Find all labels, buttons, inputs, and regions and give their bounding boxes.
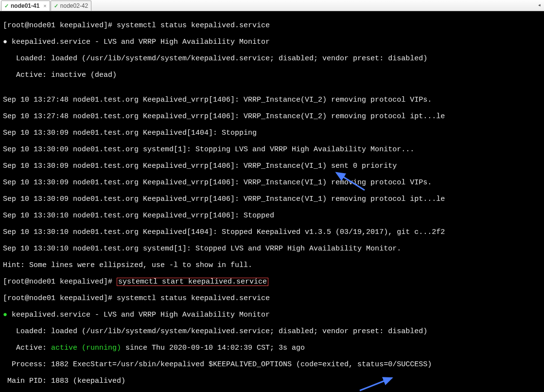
terminal-line: Hint: Some lines were ellipsized, use -l… xyxy=(3,261,541,269)
terminal-line: Sep 10 13:30:09 node01.test.org Keepaliv… xyxy=(3,195,541,203)
terminal-viewport[interactable]: [root@node01 keepalived]# systemctl stat… xyxy=(0,11,544,392)
command-text: systemctl status keepalived.service xyxy=(112,21,270,30)
terminal-line: Active: active (running) since Thu 2020-… xyxy=(3,344,541,352)
terminal-line: Sep 10 13:30:09 node01.test.org Keepaliv… xyxy=(3,162,541,170)
tab-nav-left-icon[interactable]: ◂ xyxy=(538,1,541,9)
terminal-line: Main PID: 1883 (keepalived) xyxy=(3,377,541,385)
terminal-line: ● keepalived.service - LVS and VRRP High… xyxy=(3,311,541,319)
terminal-line: [root@node01 keepalived]# systemctl stat… xyxy=(3,294,541,303)
terminal-line: [root@node01 keepalived]# systemctl star… xyxy=(3,278,541,286)
tab-bar: ✓ node01-41 × ✓ node02-42 ◂ xyxy=(0,0,544,11)
active-label: Active: xyxy=(3,344,51,352)
close-icon[interactable]: × xyxy=(43,3,46,9)
bullet-green-icon: ● xyxy=(3,311,7,319)
command-pre xyxy=(112,278,117,286)
terminal-line: Active: inactive (dead) xyxy=(3,71,541,79)
arrow-annotation-icon xyxy=(360,377,394,392)
tab-label: node02-42 xyxy=(60,2,88,9)
terminal-line: Loaded: loaded (/usr/lib/systemd/system/… xyxy=(3,54,541,63)
prompt: [root@node01 keepalived]# xyxy=(3,21,112,30)
svg-line-0 xyxy=(336,173,365,190)
terminal-line: Sep 10 13:30:09 node01.test.org systemd[… xyxy=(3,145,541,154)
terminal-line: Sep 10 13:27:48 node01.test.org Keepaliv… xyxy=(3,96,541,104)
terminal-line: Process: 1882 ExecStart=/usr/sbin/keepal… xyxy=(3,360,541,369)
active-running: active (running) xyxy=(51,344,121,352)
tab-node01[interactable]: ✓ node01-41 × xyxy=(1,0,50,11)
terminal-line: Sep 10 13:27:48 node01.test.org Keepaliv… xyxy=(3,112,541,121)
terminal-line: Sep 10 13:30:10 node01.test.org systemd[… xyxy=(3,245,541,253)
check-icon: ✓ xyxy=(54,3,58,9)
arrow-annotation-icon xyxy=(335,172,365,191)
service-name: keepalived.service - LVS and VRRP High A… xyxy=(7,38,270,46)
terminal-line: Loaded: loaded (/usr/lib/systemd/system/… xyxy=(3,327,541,336)
terminal-line: ● keepalived.service - LVS and VRRP High… xyxy=(3,38,541,46)
svg-line-1 xyxy=(360,378,392,391)
command-text: systemctl status keepalived.service xyxy=(112,294,270,303)
check-icon: ✓ xyxy=(4,3,9,9)
active-since: since Thu 2020-09-10 14:02:39 CST; 3s ag… xyxy=(121,344,305,352)
highlighted-command: systemctl start keepalived.service xyxy=(117,278,268,286)
terminal-line: Sep 10 13:30:10 node01.test.org Keepaliv… xyxy=(3,212,541,220)
terminal-line: Sep 10 13:30:10 node01.test.org Keepaliv… xyxy=(3,228,541,236)
terminal-line: Sep 10 13:30:09 node01.test.org Keepaliv… xyxy=(3,178,541,187)
terminal-line: [root@node01 keepalived]# systemctl stat… xyxy=(3,21,541,30)
prompt: [root@node01 keepalived]# xyxy=(3,294,112,303)
tab-label: node01-41 xyxy=(11,2,39,9)
bullet-icon: ● xyxy=(3,38,7,46)
service-name: keepalived.service - LVS and VRRP High A… xyxy=(7,311,270,319)
prompt: [root@node01 keepalived]# xyxy=(3,278,112,286)
tab-node02[interactable]: ✓ node02-42 xyxy=(51,0,91,11)
terminal-line: Sep 10 13:30:09 node01.test.org Keepaliv… xyxy=(3,129,541,137)
